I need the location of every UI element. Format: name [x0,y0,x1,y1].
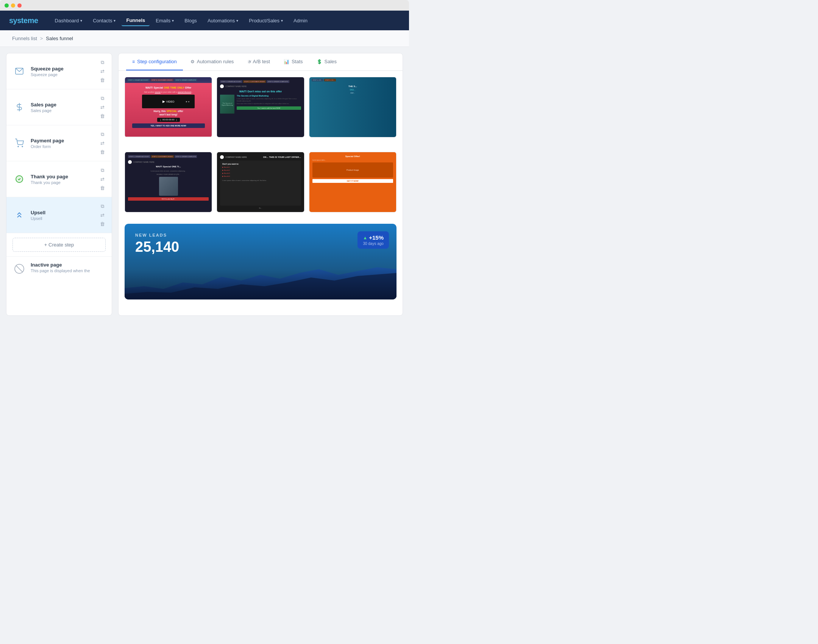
right-panel: ≡ Step configuration ⚙ Automation rules … [118,53,403,316]
delete-icon[interactable]: 🗑 [99,184,106,192]
delete-icon[interactable]: 🗑 [99,76,106,84]
share-icon[interactable]: ⇄ [100,68,105,75]
nav-item-admin[interactable]: Admin [289,16,312,26]
inactive-page-item: Inactive page This page is displayed whe… [6,256,112,281]
step-thankyou-title: Thank you page [31,174,95,179]
stats-percent: +15% [369,234,384,241]
ab-test-icon: 𝒴 [247,59,250,64]
upsell-icon [12,208,26,222]
step-payment-subtitle: Order form [31,144,95,149]
step-sales-title: Sales page [31,102,95,108]
stats-label: NEW LEADS [135,233,386,237]
sales-icon: 💲 [317,59,322,64]
step-upsell-subtitle: Upsell [31,216,95,221]
breadcrumb-parent[interactable]: Funnels list [12,36,37,41]
step-payment-info: Payment page Order form [31,138,95,149]
step-upsell-title: Upsell [31,210,95,215]
tab-ab-test[interactable]: 𝒴 A/B test [241,53,276,70]
stats-badge: ▲ +15% 30 days ago [357,231,389,249]
template-card-pink-upsell[interactable]: STEP 1: CREATE ACCOUNT STEP 2: CUSTOMER … [125,77,212,137]
delete-icon[interactable]: 🗑 [99,148,106,156]
breadcrumb: Funnels list > Sales funnel [12,36,397,41]
inactive-page-info: Inactive page This page is displayed whe… [31,262,106,273]
chevron-down-icon: ▾ [80,19,82,23]
step-upsell[interactable]: Upsell Upsell ⧉ ⇄ 🗑 [6,197,112,233]
chevron-down-icon: ▾ [172,19,174,23]
tab-step-configuration[interactable]: ≡ Step configuration [126,53,183,70]
step-squeeze-actions: ⧉ ⇄ 🗑 [99,59,106,84]
nav-item-funnels[interactable]: Funnels [122,15,150,26]
tabs-bar: ≡ Step configuration ⚙ Automation rules … [119,53,403,71]
template-card-blue-partial[interactable]: STEP 1: CR... STEP 2: CU... THE S... DIG… [309,77,397,137]
step-payment[interactable]: Payment page Order form ⧉ ⇄ 🗑 [6,125,112,161]
chevron-down-icon: ▾ [236,19,238,23]
step-upsell-actions: ⧉ ⇄ 🗑 [99,203,106,228]
inactive-page-title: Inactive page [31,262,106,268]
delete-icon[interactable]: 🗑 [99,112,106,120]
copy-icon[interactable]: ⧉ [100,167,105,174]
stats-trend-icon: ▲ [363,235,367,240]
gear-icon: ⚙ [190,59,195,64]
logo[interactable]: systeme [9,16,38,25]
tab-stats[interactable]: 📊 Stats [278,53,309,70]
step-squeeze[interactable]: Squeeze page Squeeze page ⧉ ⇄ 🗑 [6,53,112,89]
dot-red[interactable] [17,3,22,8]
step-sales-subtitle: Sales page [31,108,95,113]
step-thankyou[interactable]: Thank you page Thank you page ⧉ ⇄ 🗑 [6,161,112,197]
step-squeeze-info: Squeeze page Squeeze page [31,66,95,77]
copy-icon[interactable]: ⧉ [100,95,105,102]
copy-icon[interactable]: ⧉ [100,203,105,210]
inactive-page-icon [12,262,26,276]
check-icon [12,172,26,186]
svg-point-2 [18,146,19,147]
breadcrumb-bar: Funnels list > Sales funnel [0,30,409,47]
tab-sales[interactable]: 💲 Sales [311,53,343,70]
nav-item-automations[interactable]: Automations ▾ [203,16,243,26]
share-icon[interactable]: ⇄ [100,104,105,111]
nav-items: Dashboard ▾ Contacts ▾ Funnels Emails ▾ … [50,15,400,26]
stats-overlay: NEW LEADS 25,140 ▲ +15% 30 days ago [125,224,397,299]
dollar-icon [12,100,26,114]
template-card-last-offer[interactable]: COMPANY NAME HERE OK... THIS IS YOUR LAS… [217,152,304,212]
dot-green[interactable] [5,3,9,8]
svg-point-3 [22,146,23,147]
template-card-orange[interactable]: Special Offer! Lorem ipsum dolor... Prod… [309,152,397,212]
create-step-button[interactable]: + Create step [12,238,106,252]
dot-yellow[interactable] [11,3,15,8]
main-layout: Squeeze page Squeeze page ⧉ ⇄ 🗑 Sales pa… [0,47,409,322]
template-card-dark-book[interactable]: STEP 1: CREATE ACCOUNT STEP 2: CUSTOMER … [217,77,304,137]
share-icon[interactable]: ⇄ [100,212,105,219]
breadcrumb-separator: > [40,36,43,41]
copy-icon[interactable]: ⧉ [100,131,105,138]
nav-item-blogs[interactable]: Blogs [180,16,201,26]
stats-icon: 📊 [284,59,289,64]
cart-icon [12,136,26,150]
copy-icon[interactable]: ⧉ [100,59,105,66]
nav-item-dashboard[interactable]: Dashboard ▾ [50,16,87,26]
step-upsell-info: Upsell Upsell [31,210,95,221]
nav-item-emails[interactable]: Emails ▾ [151,16,178,26]
step-sales-actions: ⧉ ⇄ 🗑 [99,95,106,120]
stats-value: 25,140 [135,239,386,255]
delete-icon[interactable]: 🗑 [99,220,106,228]
browser-chrome [0,0,409,11]
chevron-down-icon: ▾ [281,19,283,23]
step-squeeze-subtitle: Squeeze page [31,72,95,77]
template-card-dark-shirt[interactable]: STEP 1: CREATE ACCOUNT STEP 2: CUSTOMER … [125,152,212,212]
step-payment-title: Payment page [31,138,95,143]
nav-item-contacts[interactable]: Contacts ▾ [88,16,120,26]
templates-grid: STEP 1: CREATE ACCOUNT STEP 2: CUSTOMER … [119,71,403,315]
nav-item-product-sales[interactable]: Product/Sales ▾ [244,16,287,26]
step-sales[interactable]: Sales page Sales page ⧉ ⇄ 🗑 [6,89,112,125]
tab-automation-rules[interactable]: ⚙ Automation rules [184,53,240,70]
share-icon[interactable]: ⇄ [100,176,105,183]
top-nav: systeme Dashboard ▾ Contacts ▾ Funnels E… [0,11,409,30]
breadcrumb-current: Sales funnel [46,36,73,41]
share-icon[interactable]: ⇄ [100,140,105,147]
step-thankyou-info: Thank you page Thank you page [31,174,95,185]
step-thankyou-actions: ⧉ ⇄ 🗑 [99,167,106,192]
stats-period: 30 days ago [363,242,384,246]
step-thankyou-subtitle: Thank you page [31,180,95,185]
step-squeeze-title: Squeeze page [31,66,95,72]
step-payment-actions: ⧉ ⇄ 🗑 [99,131,106,156]
